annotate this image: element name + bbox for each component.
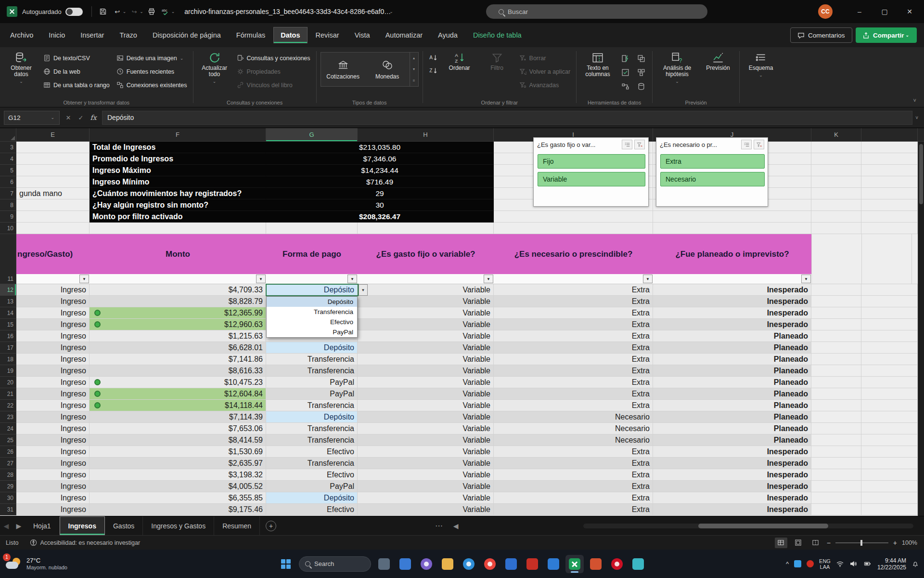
grid-cell-K28[interactable]: [811, 469, 861, 481]
cell-necesario-14[interactable]: Extra: [494, 307, 653, 319]
grid-cell-K18[interactable]: [811, 354, 861, 365]
filter-dropdown-button-2[interactable]: ▼: [347, 275, 357, 283]
consolidate-icon[interactable]: [634, 66, 648, 79]
grid-cell-E7[interactable]: gunda mano: [16, 188, 90, 199]
gallery-scroll[interactable]: ▴ ▾ ≡: [410, 53, 418, 86]
cell-tipo-15[interactable]: Ingreso: [16, 319, 90, 330]
what-if-button[interactable]: ? Análisis de hipótesis ⌄: [656, 50, 698, 85]
wifi-icon[interactable]: [836, 560, 844, 568]
app-file-explorer-icon[interactable]: [438, 555, 457, 573]
cell-necesario-16[interactable]: Extra: [494, 330, 653, 342]
ribbon-tab-disposicion-de-pagina[interactable]: Disposición de página: [145, 27, 228, 43]
cell-planeado-18[interactable]: Planeado: [653, 354, 811, 365]
row-header-28[interactable]: 28: [0, 469, 16, 481]
column-header-K[interactable]: K: [811, 128, 861, 142]
cell-forma-18[interactable]: Transferencia: [266, 354, 358, 365]
cell-planeado-16[interactable]: Planeado: [653, 330, 811, 342]
row-header-30[interactable]: 30: [0, 492, 16, 504]
cell-necesario-20[interactable]: Extra: [494, 377, 653, 388]
outline-button[interactable]: Esquema ⌄: [744, 50, 778, 79]
filter-dropdown-button-5[interactable]: ▼: [801, 275, 811, 283]
grid-cell-K27[interactable]: [811, 458, 861, 469]
normal-view-button[interactable]: [775, 538, 787, 548]
grid-cell-X30[interactable]: [861, 492, 918, 504]
cell-fijo-27[interactable]: Variable: [358, 458, 494, 469]
cell-fijo-22[interactable]: Variable: [358, 400, 494, 411]
ribbon-item-conexiones-existentes[interactable]: Conexiones existentes: [115, 79, 189, 91]
grid-cell-G10[interactable]: [266, 223, 358, 234]
zoom-knob[interactable]: [860, 540, 862, 546]
search-input[interactable]: Buscar: [486, 4, 707, 19]
cell-forma-26[interactable]: Efectivo: [266, 446, 358, 458]
cell-planeado-25[interactable]: Planeado: [653, 434, 811, 446]
grid-cell-X31[interactable]: [861, 504, 918, 515]
sheet-nav-next-icon[interactable]: ▶: [13, 522, 25, 530]
language-indicator[interactable]: ENG LAA: [819, 558, 831, 570]
cell-monto-27[interactable]: $2,635.97: [90, 458, 266, 469]
app-chrome-icon[interactable]: [481, 555, 499, 573]
cell-fijo-17[interactable]: Variable: [358, 342, 494, 354]
print-icon[interactable]: [144, 4, 159, 19]
row-header-9[interactable]: 9: [0, 211, 16, 223]
summary-value-6[interactable]: $716.49: [266, 176, 494, 188]
gallery-up-icon[interactable]: ▴: [413, 56, 415, 60]
row-header-29[interactable]: 29: [0, 481, 16, 492]
cell-planeado-26[interactable]: Inesperado: [653, 446, 811, 458]
grid-cell-K29[interactable]: [811, 481, 861, 492]
cell-monto-12[interactable]: $4,709.33: [90, 284, 266, 296]
cell-planeado-28[interactable]: Inesperado: [653, 469, 811, 481]
summary-label-8[interactable]: ¿Hay algún registro sin monto?: [90, 199, 266, 211]
row-header-8[interactable]: 8: [0, 199, 16, 211]
ribbon-item-de-texto-csv[interactable]: De texto/CSV: [41, 52, 112, 64]
grid-cell-X4[interactable]: [861, 153, 918, 165]
grid-cell-X24[interactable]: [861, 423, 918, 434]
sheet-tab-gastos[interactable]: Gastos: [105, 516, 143, 535]
ribbon-tab-revisar[interactable]: Revisar: [308, 27, 346, 43]
cell-tipo-13[interactable]: Ingreso: [16, 296, 90, 307]
defender-tray-icon[interactable]: [794, 560, 801, 567]
multiselect-icon[interactable]: [622, 140, 632, 149]
title-chevron-icon[interactable]: ⌄: [389, 9, 393, 14]
cell-fijo-21[interactable]: Variable: [358, 388, 494, 400]
row-header-4[interactable]: 4: [0, 153, 16, 165]
grid-cell-K21[interactable]: [811, 388, 861, 400]
grid-cell-I9[interactable]: [494, 211, 653, 223]
cell-necesario-18[interactable]: Extra: [494, 354, 653, 365]
row-header-27[interactable]: 27: [0, 458, 16, 469]
cell-tipo-26[interactable]: Ingreso: [16, 446, 90, 458]
cell-necesario-15[interactable]: Extra: [494, 319, 653, 330]
cell-fijo-30[interactable]: Variable: [358, 492, 494, 504]
cell-planeado-23[interactable]: Planeado: [653, 411, 811, 423]
grid-cell-K14[interactable]: [811, 307, 861, 319]
grid-cell-F10[interactable]: [90, 223, 266, 234]
row-header-10[interactable]: 10: [0, 223, 16, 234]
grid-cell-X16[interactable]: [861, 330, 918, 342]
cell-fijo-16[interactable]: Variable: [358, 330, 494, 342]
cell-forma-24[interactable]: Transferencia: [266, 423, 358, 434]
summary-value-4[interactable]: $7,346.06: [266, 153, 494, 165]
cell-fijo-31[interactable]: Variable: [358, 504, 494, 515]
row-header-15[interactable]: 15: [0, 319, 16, 330]
grid-cell-X13[interactable]: [861, 296, 918, 307]
cell-fijo-23[interactable]: Variable: [358, 411, 494, 423]
grid-cell-E5[interactable]: [16, 165, 90, 176]
sheet-nav-prev-icon[interactable]: ◀: [0, 522, 13, 530]
cell-monto-14[interactable]: $12,365.99: [90, 307, 266, 319]
cell-fijo-18[interactable]: Variable: [358, 354, 494, 365]
row-header-26[interactable]: 26: [0, 446, 16, 458]
cell-forma-22[interactable]: Transferencia: [266, 400, 358, 411]
refresh-all-button[interactable]: Actualizar todo ⌄: [197, 50, 232, 85]
summary-label-4[interactable]: Promedio de Ingresos: [90, 153, 266, 165]
cell-forma-12[interactable]: Depósito: [266, 284, 358, 296]
volume-icon[interactable]: [849, 560, 858, 568]
ribbon-item-de-una-tabla-o-rango[interactable]: De una tabla o rango: [41, 79, 112, 91]
row-header-21[interactable]: 21: [0, 388, 16, 400]
grid-cell-K23[interactable]: [811, 411, 861, 423]
grid-cell-X26[interactable]: [861, 446, 918, 458]
cell-dropdown-button[interactable]: ▼: [359, 284, 368, 296]
cell-forma-17[interactable]: Depósito: [266, 342, 358, 354]
cell-monto-16[interactable]: $1,215.63: [90, 330, 266, 342]
row-header-19[interactable]: 19: [0, 365, 16, 377]
row-header-17[interactable]: 17: [0, 342, 16, 354]
notification-bell-icon[interactable]: [911, 560, 919, 568]
